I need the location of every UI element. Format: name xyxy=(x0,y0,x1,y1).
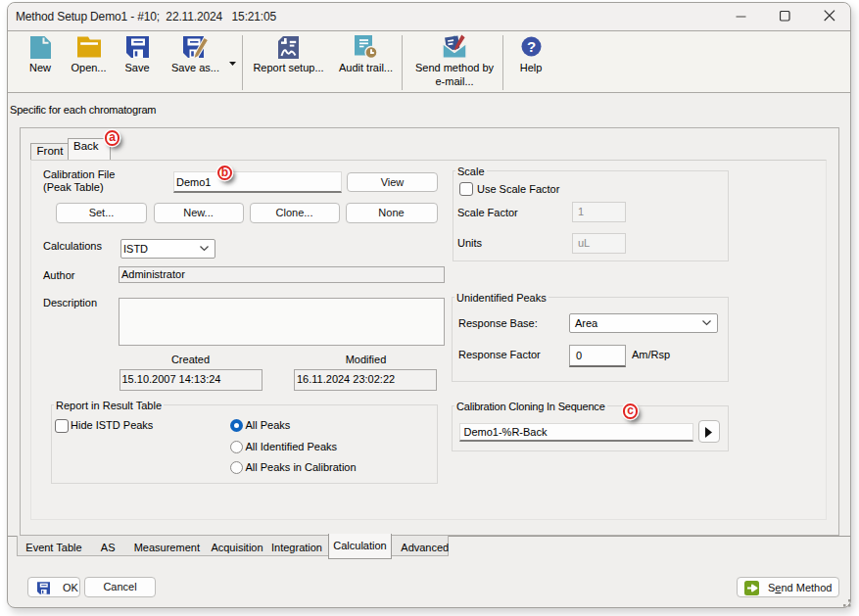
svg-text:?: ? xyxy=(526,38,535,55)
